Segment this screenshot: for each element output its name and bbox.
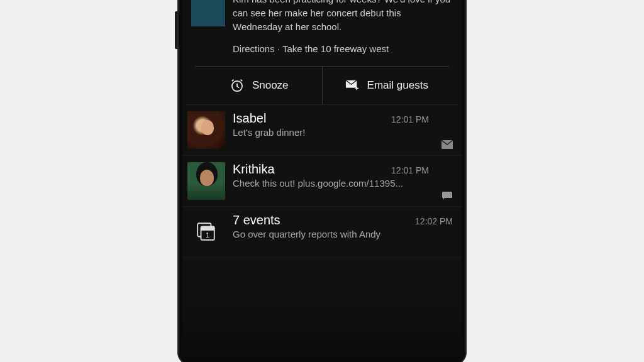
notification-content: 7 events 12:02 PM Go over quarterly repo… [233,213,453,239]
alarm-icon [228,77,246,94]
snooze-label: Snooze [252,79,289,92]
notification-row[interactable]: Krithika 12:01 PM Check this out! plus.g… [182,156,462,207]
notification-content: Isabel 12:01 PM Let's grab dinner! [233,111,429,138]
notification-title: Isabel [233,111,266,126]
calendar-stack-icon: 1 [187,213,225,251]
calendar-body: Kim has been practicing for weeks? We'd … [233,0,453,56]
chat-icon [441,191,453,200]
notification-shade: Kim has been practicing for weeks? We'd … [182,0,462,361]
calendar-notification-expanded[interactable]: Kim has been practicing for weeks? We'd … [182,0,462,104]
email-plus-icon [343,77,361,94]
svg-rect-3 [442,192,452,198]
notification-text: Let's grab dinner! [233,127,429,138]
notification-content: Krithika 12:01 PM Check this out! plus.g… [233,162,429,189]
notification-text: Go over quarterly reports with Andy [233,229,453,239]
avatar [187,162,225,200]
notification-time: 12:02 PM [415,216,453,226]
phone-frame: Kim has been practicing for weeks? We'd … [177,0,467,362]
notification-time: 12:01 PM [391,165,429,175]
avatar [187,111,225,149]
notification-row[interactable]: 1 7 events 12:02 PM Go over quarterly re… [182,207,462,258]
calendar-action-row: Snooze Email guests [195,66,449,104]
notification-header: Isabel 12:01 PM [233,111,429,126]
email-guests-button[interactable]: Email guests [323,67,450,104]
notification-title: Krithika [233,162,275,177]
gmail-icon [441,140,453,149]
notification-row[interactable]: Isabel 12:01 PM Let's grab dinner! [182,105,462,156]
calendar-top: Kim has been practicing for weeks? We'd … [191,0,453,56]
bottom-fade [182,292,462,361]
notification-time: 12:01 PM [391,114,429,124]
calendar-description: Kim has been practicing for weeks? We'd … [233,0,453,33]
phone-side-button [175,11,177,49]
notification-header: 7 events 12:02 PM [233,213,453,228]
calendar-color-block [191,0,225,26]
email-guests-label: Email guests [367,79,428,92]
notification-text: Check this out! plus.google.com/11395... [233,178,429,189]
calendar-directions: Directions · Take the 10 freeway west [233,42,453,56]
notification-header: Krithika 12:01 PM [233,162,429,177]
svg-text:1: 1 [206,231,210,239]
snooze-button[interactable]: Snooze [195,67,323,104]
notification-title: 7 events [233,213,280,228]
